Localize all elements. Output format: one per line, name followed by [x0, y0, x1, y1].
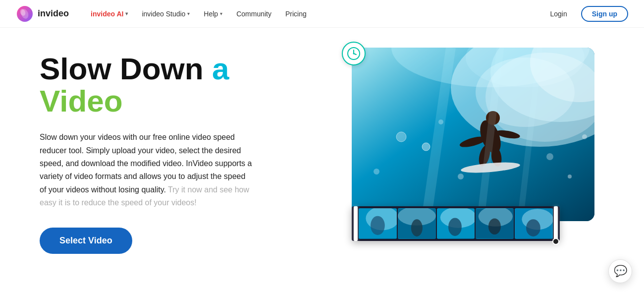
- nav-right: Login Sign up: [544, 6, 628, 22]
- title-part-a: a: [212, 52, 229, 86]
- chat-icon: 💬: [614, 265, 627, 278]
- title-part-video: Video: [40, 84, 123, 118]
- svg-point-44: [488, 218, 501, 235]
- clock-overlay: [342, 42, 366, 65]
- hero-description: Slow down your videos with our free onli…: [40, 131, 253, 209]
- chat-bubble-button[interactable]: 💬: [608, 259, 632, 283]
- nav-item-help[interactable]: Help ▾: [198, 7, 228, 21]
- nav-item-invideo-studio[interactable]: invideo Studio ▾: [136, 7, 196, 21]
- video-main-frame: [352, 48, 594, 221]
- chevron-down-icon: ▾: [220, 11, 222, 16]
- svg-point-25: [396, 132, 406, 142]
- nav-items: invideo AI ▾ invideo Studio ▾ Help ▾ Com…: [85, 7, 544, 21]
- film-strip: [352, 206, 560, 241]
- film-frame-3: [437, 208, 475, 239]
- film-handle-left: [354, 206, 358, 241]
- svg-point-29: [582, 134, 587, 139]
- signup-button[interactable]: Sign up: [581, 6, 628, 22]
- select-video-button[interactable]: Select Video: [40, 228, 132, 254]
- title-part-slow-down: Slow Down: [40, 52, 212, 86]
- right-column: [317, 48, 614, 256]
- film-frame-5: [515, 208, 553, 239]
- video-mockup: [337, 48, 594, 256]
- svg-point-27: [568, 175, 572, 178]
- hero-title: Slow Down a Video: [40, 53, 287, 117]
- svg-point-6: [353, 53, 355, 55]
- film-handle-right: [554, 206, 558, 241]
- main-content: Slow Down a Video Slow down your videos …: [0, 28, 644, 295]
- chevron-down-icon: ▾: [187, 11, 190, 16]
- film-frame-1: [359, 208, 397, 239]
- logo-icon: [16, 5, 34, 23]
- nav-item-invideo-ai[interactable]: invideo AI ▾: [85, 7, 134, 21]
- hero-desc-main: Slow down your videos with our free onli…: [40, 133, 252, 194]
- svg-point-38: [411, 219, 423, 236]
- nav-item-community[interactable]: Community: [230, 7, 277, 21]
- svg-point-35: [371, 216, 385, 235]
- navbar: invideo invideo AI ▾ invideo Studio ▾ He…: [0, 0, 644, 28]
- chevron-down-icon: ▾: [125, 11, 128, 16]
- left-column: Slow Down a Video Slow down your videos …: [40, 48, 287, 254]
- nav-item-pricing[interactable]: Pricing: [279, 7, 313, 21]
- svg-point-22: [422, 143, 430, 151]
- film-frame-2: [398, 208, 436, 239]
- film-frame-4: [476, 208, 514, 239]
- svg-point-26: [546, 153, 553, 160]
- svg-point-47: [526, 219, 540, 236]
- login-button[interactable]: Login: [544, 7, 573, 21]
- logo-text: invideo: [38, 8, 69, 19]
- svg-point-41: [448, 218, 462, 236]
- scrubber-dot: [552, 238, 559, 245]
- clock-icon: [347, 47, 361, 60]
- svg-point-24: [458, 174, 464, 179]
- logo[interactable]: invideo: [16, 5, 69, 23]
- underwater-scene: [352, 48, 594, 221]
- svg-point-28: [374, 169, 379, 175]
